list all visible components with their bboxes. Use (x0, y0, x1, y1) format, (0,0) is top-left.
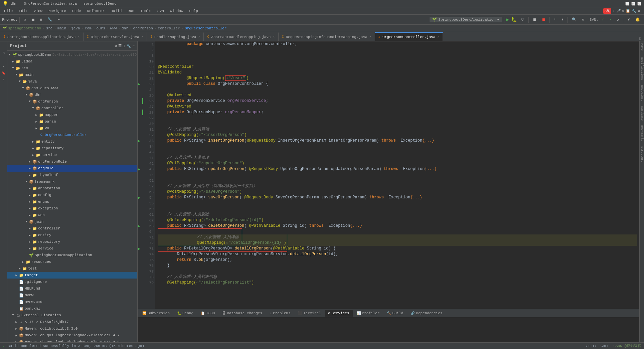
minimize-btn[interactable]: ─ (625, 2, 629, 6)
tab-dependencies[interactable]: 🔗 Dependencies (407, 310, 446, 317)
tool-commit[interactable]: ✓ (1, 63, 7, 69)
ime-btn1[interactable]: ✦ (613, 9, 615, 13)
breadcrumb-dhr[interactable]: dhr (122, 26, 128, 30)
tree-pomxml[interactable]: 📋 pom.xml (7, 305, 137, 312)
toolbar-btn-settings[interactable]: ⚙ (22, 17, 28, 22)
sidebar-layout[interactable]: ☰ (118, 44, 122, 48)
tab-close-btn[interactable]: × (273, 35, 275, 39)
tab-subversion[interactable]: 🔀 Subversion (139, 310, 173, 317)
tree-content[interactable]: ▼ 🌱 springboot3Demo D:\BaiduSyncdisk\Ide… (7, 51, 137, 342)
menu-file[interactable]: File (1, 8, 15, 14)
tool-project[interactable]: P (1, 43, 6, 63)
tree-join-controller[interactable]: ▶ 📁 controller (7, 225, 137, 232)
toolbar-maven-btn[interactable]: ⚡ (625, 16, 632, 23)
tree-jdk[interactable]: ▶ ☕ < 17 > D:\Soft\jdk17 (7, 319, 137, 325)
breadcrumb-com[interactable]: com (85, 26, 92, 30)
tool-structure[interactable]: ≡ (1, 77, 7, 83)
tree-orgpersoncontroller[interactable]: C OrgPersonController (7, 132, 137, 138)
menu-code[interactable]: Code (69, 8, 84, 14)
toolbar-btn-split[interactable]: ⊞ (38, 17, 44, 22)
menu-tools[interactable]: Tools (138, 8, 154, 14)
right-database-label[interactable]: Database (640, 105, 644, 122)
tree-join-entity[interactable]: ▶ 📁 entity (7, 232, 137, 238)
tab-requestmapping[interactable]: C RequestMappingInfoHandlerMapping.java … (279, 32, 375, 41)
breadcrumb-orgperson[interactable]: orgPerson (133, 26, 153, 30)
tree-helpmd[interactable]: 📄 HELP.md (7, 285, 137, 292)
tree-gitignore[interactable]: 📄 .gitignore (7, 279, 137, 285)
right-structure-label[interactable]: Structure (640, 145, 644, 164)
sidebar-split[interactable]: ⊞ (123, 44, 125, 48)
sidebar-collapse[interactable]: − (132, 44, 135, 48)
tree-pkg-orgperson[interactable]: ▼ 📦 orgPerson (7, 98, 137, 105)
maximize-btn[interactable]: □ (631, 2, 635, 6)
tree-src[interactable]: ▼ 📂 src (7, 65, 137, 71)
tab-terminal[interactable]: ⬛ Terminal (295, 310, 324, 317)
tree-target[interactable]: ▶ 📁 target (7, 272, 137, 279)
toolbar-btn-p2[interactable]: ⏹ (540, 17, 547, 22)
sidebar-filter[interactable]: 🔧 (126, 44, 131, 48)
tree-pkg-controller[interactable]: ▼ 📦 controller (7, 105, 137, 112)
breadcrumb-main[interactable]: main (57, 26, 66, 30)
ime-btn6[interactable]: ⚙ (638, 9, 640, 13)
menu-refactor[interactable]: Refactor (84, 8, 107, 14)
breadcrumb-src[interactable]: src (46, 26, 53, 30)
tree-cglib[interactable]: ▶ 📦 Maven: cglib:cglib:3.3.0 (7, 325, 137, 332)
tree-orgrole[interactable]: ▶ 📦 orgRole (7, 165, 137, 172)
menu-build[interactable]: Build (108, 8, 124, 14)
ime-btn3[interactable]: ⊕ (622, 9, 625, 13)
tab-abstracthandler[interactable]: C AbstractHandlerMapping.java × (204, 32, 278, 41)
tree-mvnwcmd[interactable]: 📄 mvnw.cmd (7, 299, 137, 305)
tree-resources[interactable]: ▶ 📁 resources (7, 258, 137, 265)
tab-close-btn[interactable]: × (198, 35, 200, 39)
tree-join-repository[interactable]: ▶ 📁 repository (7, 238, 137, 245)
right-endpoints-label[interactable]: Endpoints (640, 84, 644, 103)
tab-todo[interactable]: 📋 TODO (197, 310, 218, 317)
tab-dispatcher[interactable]: C DispatcherServlet.java × (84, 32, 147, 41)
tab-close-btn[interactable]: × (78, 35, 80, 39)
tree-pkg-dhr[interactable]: ▼ 📦 dhr (7, 92, 137, 98)
toolbar-btn-settings2[interactable]: ⚙ (580, 17, 586, 22)
tree-pkg-param[interactable]: ▶ 📁 param (7, 118, 137, 125)
right-bookmarks-label[interactable]: Bookmarks (640, 124, 644, 143)
tree-pkg-vo[interactable]: ▶ 📁 vo (7, 125, 137, 132)
tree-service-orgperson[interactable]: ▶ 📁 service (7, 152, 137, 158)
tab-build[interactable]: 🔨 Build (383, 310, 407, 317)
menu-navigate[interactable]: Navigate (46, 8, 69, 14)
tree-exception[interactable]: ▶ 📁 exception (7, 205, 137, 212)
close-btn[interactable]: ✕ (637, 2, 641, 6)
tab-settings-btn[interactable]: ⚙ (636, 36, 644, 41)
tree-enums[interactable]: ▶ 📁 enums (7, 198, 137, 205)
tab-profiler[interactable]: 📊 Profiler (353, 310, 383, 317)
tree-logback2[interactable]: ▶ 📦 Maven: ch.qos.logback:logback-classi… (7, 339, 137, 342)
tab-orgpersoncontroller[interactable]: J OrgPersonController.java × (375, 32, 443, 41)
tree-logback1[interactable]: ▶ 📦 Maven: ch.qos.logback:logback-classi… (7, 332, 137, 339)
tree-annotation[interactable]: ▶ 📁 annotation (7, 185, 137, 192)
tree-entity[interactable]: ▶ 📁 entity (7, 138, 137, 145)
tree-springbootapp[interactable]: 🌱 Springboot3DemoApplication (7, 252, 137, 258)
ime-btn5[interactable]: 🔧 (632, 9, 636, 13)
tree-pkg-com[interactable]: ▼ 📦 com.ours.www (7, 85, 137, 92)
breadcrumb-file[interactable]: OrgPersonController (185, 26, 226, 30)
tool-bookmarks[interactable]: 🔖 (1, 70, 7, 76)
tab-problems[interactable]: ⚠ Problems (266, 310, 294, 317)
svn-tick1[interactable]: ✓ (600, 17, 606, 22)
ime-btn2[interactable]: 🎤 (616, 9, 621, 13)
tree-orgpersonrole[interactable]: ▶ 📦 orgPersonRole (7, 158, 137, 165)
right-maven-label[interactable]: Maven (640, 42, 644, 54)
coverage-btn[interactable]: 🛡 (519, 17, 526, 22)
breadcrumb-www[interactable]: www (110, 26, 117, 30)
tree-idea[interactable]: ▶ 📁 .idea (7, 58, 137, 65)
breadcrumb-project[interactable]: springboot3Demo (8, 26, 41, 30)
tab-close-btn[interactable]: × (437, 35, 439, 39)
code-editor[interactable]: 1 2 3 19 20 21 22 ▶23 24 25 26 27 28 (138, 41, 639, 309)
breadcrumb-java[interactable]: java (71, 26, 80, 30)
tab-debug[interactable]: 🐛 Debug (174, 310, 197, 317)
tree-main[interactable]: ▼ 📂 main (7, 71, 137, 78)
run-btn[interactable]: ▶ (506, 17, 509, 22)
tree-join[interactable]: ▼ 📦 join (7, 218, 137, 225)
tree-test[interactable]: ▶ 📁 test (7, 265, 137, 272)
debug-btn[interactable]: 🐛 (511, 17, 517, 22)
tab-services[interactable]: ⚙ Services (325, 310, 353, 317)
tab-springboot[interactable]: J Springboot3DemoApplication.java × (0, 32, 84, 41)
breadcrumb-ours[interactable]: ours (97, 26, 105, 30)
